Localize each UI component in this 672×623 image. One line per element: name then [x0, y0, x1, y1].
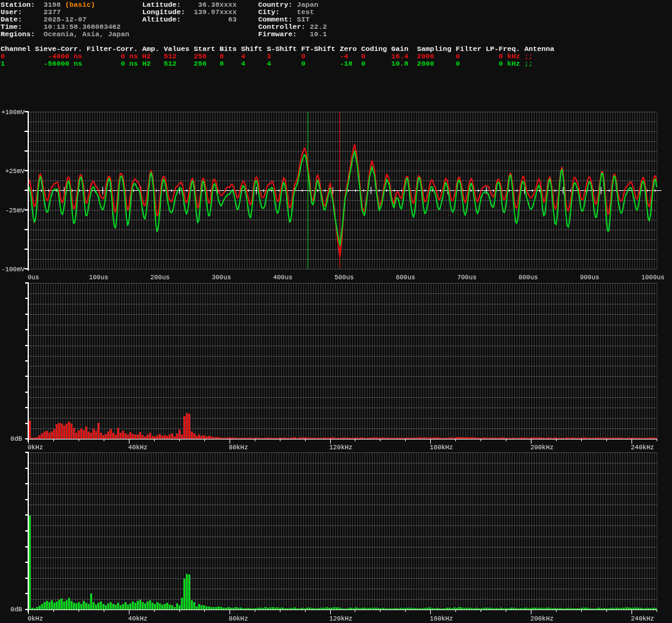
svg-text:900us: 900us	[580, 274, 600, 281]
svg-text:0kHz: 0kHz	[28, 615, 43, 622]
svg-text:120kHz: 120kHz	[330, 615, 353, 622]
svg-text:500us: 500us	[334, 274, 354, 281]
svg-text:600us: 600us	[396, 274, 415, 281]
svg-text:40kHz: 40kHz	[128, 615, 148, 622]
svg-text:80kHz: 80kHz	[229, 444, 249, 451]
svg-text:+100mV: +100mV	[1, 109, 25, 116]
svg-text:300us: 300us	[212, 274, 231, 281]
svg-text:+25mV: +25mV	[5, 168, 25, 175]
svg-text:0us: 0us	[28, 274, 39, 281]
svg-text:-25mV: -25mV	[5, 207, 25, 214]
svg-text:240kHz: 240kHz	[631, 615, 654, 622]
svg-text:240kHz: 240kHz	[631, 444, 654, 451]
svg-text:0kHz: 0kHz	[28, 444, 43, 451]
svg-text:120kHz: 120kHz	[330, 444, 353, 451]
svg-text:100us: 100us	[89, 274, 109, 281]
svg-text:0dB: 0dB	[10, 606, 22, 613]
svg-text:160kHz: 160kHz	[430, 615, 453, 622]
svg-text:200kHz: 200kHz	[530, 444, 554, 451]
svg-text:200kHz: 200kHz	[530, 615, 554, 622]
svg-text:1000us: 1000us	[641, 274, 665, 281]
svg-text:200us: 200us	[150, 274, 170, 281]
svg-text:160kHz: 160kHz	[430, 444, 453, 451]
svg-text:400us: 400us	[273, 274, 293, 281]
svg-text:-100mV: -100mV	[1, 266, 25, 273]
svg-text:800us: 800us	[519, 274, 538, 281]
svg-text:0dB: 0dB	[10, 435, 22, 443]
svg-text:700us: 700us	[457, 274, 477, 281]
svg-text:40kHz: 40kHz	[128, 444, 148, 451]
svg-text:80kHz: 80kHz	[229, 615, 249, 622]
